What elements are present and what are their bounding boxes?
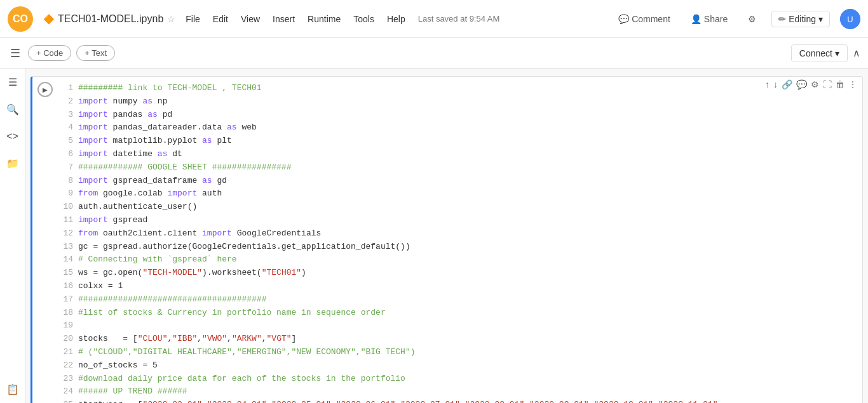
main-layout: ☰ 🔍 <> 📁 📋 ↑ ↓ 🔗 💬 ⚙ ⛶ 🗑 ⋮ ▶ — [0, 69, 868, 403]
logo-area: CO — [8, 6, 33, 32]
sidebar-toc-icon[interactable]: ☰ — [6, 74, 20, 91]
editing-dropdown-icon: ▾ — [818, 14, 823, 24]
code-line-8: 8 import gspread_dataframe as gd — [60, 175, 860, 188]
delete-cell-icon[interactable]: 🗑 — [836, 79, 844, 89]
add-text-button[interactable]: + Text — [76, 45, 115, 61]
move-up-icon[interactable]: ↑ — [765, 79, 770, 89]
menubar: File Edit View Insert Runtime Tools Help… — [180, 11, 613, 27]
sidebar-terminal-icon[interactable]: 📋 — [4, 381, 22, 398]
code-line-23: 23 #download daily price data for each o… — [60, 373, 860, 386]
code-line-2: 2 import numpy as np — [60, 95, 860, 109]
code-line-25: 25 startyear = ["2020-03-01","2020-04-01… — [60, 399, 860, 403]
connect-label: Connect — [799, 48, 832, 58]
share-button[interactable]: 👤 Share — [686, 11, 733, 27]
menu-insert[interactable]: Insert — [268, 11, 300, 27]
code-line-4: 4 import pandas_datareader.data as web — [60, 121, 860, 135]
code-line-17: 17 #####################################… — [60, 293, 860, 307]
code-line-18: 18 #list of stocks & Currency in portfol… — [60, 307, 860, 320]
comment-label: Comment — [632, 14, 670, 24]
file-title-area: 🔶 TECH01-MODEL.ipynb ☆ — [43, 13, 175, 25]
cell-content[interactable]: 1 ######### link to TECH-MODEL , TECH01 … — [58, 77, 862, 403]
menu-help[interactable]: Help — [382, 11, 410, 27]
menu-file[interactable]: File — [180, 11, 205, 27]
code-line-10: 10 auth.authenticate_user() — [60, 201, 860, 214]
expand-cell-icon[interactable]: ⛶ — [823, 79, 832, 89]
code-line-22: 22 no_of_stocks = 5 — [60, 359, 860, 373]
code-line-9: 9 from google.colab import auth — [60, 187, 860, 201]
logo-text: CO — [13, 13, 28, 25]
code-line-14: 14 # Connecting with `gspread` here — [60, 253, 860, 267]
comment-cell-icon[interactable]: 💬 — [796, 79, 807, 89]
sidebar-code-icon[interactable]: <> — [4, 128, 21, 145]
comment-icon: 💬 — [618, 14, 629, 24]
colab-logo[interactable]: CO — [8, 6, 33, 32]
move-down-icon[interactable]: ↓ — [773, 79, 778, 89]
sidebar-files-icon[interactable]: 📁 — [4, 155, 22, 172]
star-icon[interactable]: ☆ — [167, 14, 175, 24]
share-label: Share — [704, 14, 728, 24]
code-line-11: 11 import gspread — [60, 214, 860, 227]
run-button[interactable]: ▶ — [32, 77, 58, 403]
editing-label: Editing — [789, 14, 816, 24]
file-icon: 🔶 — [43, 14, 54, 24]
code-line-15: 15 ws = gc.open("TECH-MODEL").worksheet(… — [60, 267, 860, 280]
connect-dropdown-icon: ▾ — [835, 48, 839, 58]
toolbar-right: Connect ▾ ∧ — [791, 44, 860, 62]
code-line-19: 19 — [60, 319, 860, 333]
notebook-title[interactable]: TECH01-MODEL.ipynb — [58, 13, 163, 25]
topbar-right: 💬 Comment 👤 Share ⚙ ✏ Editing ▾ U — [613, 9, 860, 29]
code-line-3: 3 import pandas as pd — [60, 109, 860, 122]
sidebar-search-icon[interactable]: 🔍 — [4, 101, 22, 118]
gear-icon: ⚙ — [748, 14, 756, 24]
code-line-7: 7 ############# GOOGLE SHEET ###########… — [60, 161, 860, 175]
sidebar-toggle-icon[interactable]: ☰ — [8, 44, 23, 63]
user-avatar[interactable]: U — [840, 9, 860, 29]
code-line-6: 6 import datetime as dt — [60, 148, 860, 161]
code-line-13: 13 gc = gspread.authorize(GoogleCredenti… — [60, 241, 860, 254]
chevron-up-icon[interactable]: ∧ — [853, 47, 860, 59]
link-cell-icon[interactable]: 🔗 — [782, 79, 792, 89]
menu-tools[interactable]: Tools — [348, 11, 379, 27]
menu-runtime[interactable]: Runtime — [302, 11, 346, 27]
code-line-1: 1 ######### link to TECH-MODEL , TECH01 — [60, 82, 860, 95]
comment-button[interactable]: 💬 Comment — [613, 11, 675, 27]
topbar: CO 🔶 TECH01-MODEL.ipynb ☆ File Edit View… — [0, 0, 868, 38]
menu-edit[interactable]: Edit — [208, 11, 233, 27]
editing-button[interactable]: ✏ Editing ▾ — [771, 11, 830, 27]
code-line-21: 21 # ("CLOUD","DIGITAL HEALTHCARE","EMER… — [60, 346, 860, 359]
pencil-icon: ✏ — [778, 14, 786, 24]
code-line-12: 12 from oauth2client.client import Googl… — [60, 227, 860, 241]
settings-button[interactable]: ⚙ — [743, 11, 761, 27]
sidebar-icons: ☰ 🔍 <> 📁 📋 — [0, 69, 25, 403]
add-code-button[interactable]: + Code — [28, 45, 71, 61]
run-circle[interactable]: ▶ — [37, 82, 53, 97]
share-icon: 👤 — [691, 14, 702, 24]
code-line-20: 20 stocks = ["CLOU","IBB","VWO","ARKW","… — [60, 333, 860, 346]
menu-view[interactable]: View — [236, 11, 265, 27]
svg-text:U: U — [847, 15, 853, 24]
code-cell: ↑ ↓ 🔗 💬 ⚙ ⛶ 🗑 ⋮ ▶ 1 ######### link to TE… — [31, 76, 863, 403]
code-line-16: 16 colxx = 1 — [60, 280, 860, 293]
save-status: Last saved at 9:54 AM — [418, 14, 500, 23]
more-cell-icon[interactable]: ⋮ — [848, 79, 857, 89]
cell-settings-icon[interactable]: ⚙ — [811, 79, 819, 89]
connect-button[interactable]: Connect ▾ — [791, 44, 848, 62]
code-line-24: 24 ###### UP TREND ###### — [60, 385, 860, 399]
code-line-5: 5 import matplotlib.pyplot as plt — [60, 135, 860, 148]
toolbar: ☰ + Code + Text Connect ▾ ∧ — [0, 38, 868, 69]
cell-top-controls: ↑ ↓ 🔗 💬 ⚙ ⛶ 🗑 ⋮ — [765, 79, 857, 89]
cells-area[interactable]: ↑ ↓ 🔗 💬 ⚙ ⛶ 🗑 ⋮ ▶ 1 ######### link to TE… — [25, 69, 868, 403]
